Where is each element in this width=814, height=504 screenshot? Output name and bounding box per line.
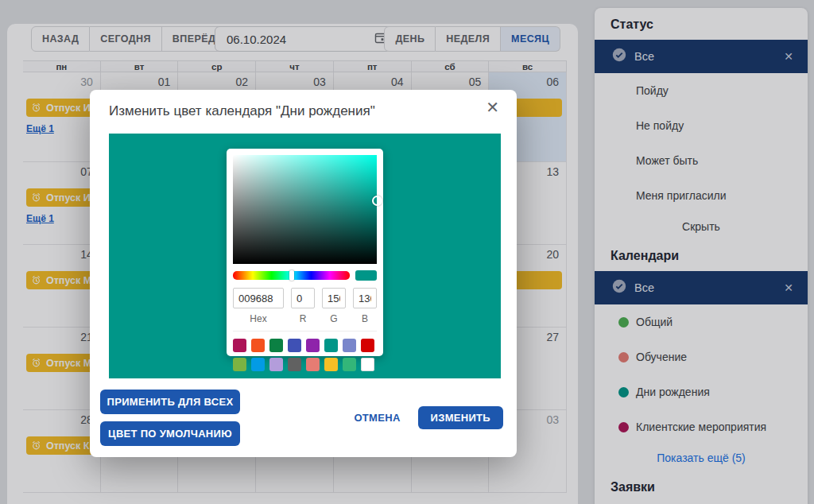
color-inputs <box>233 288 377 308</box>
modal-footer-actions: ОТМЕНА ИЗМЕНИТЬ <box>354 406 503 429</box>
color-swatch-12[interactable] <box>306 358 320 371</box>
preset-swatches <box>233 331 377 371</box>
r-input[interactable] <box>291 288 315 308</box>
color-input-labels: Hex R G B <box>233 313 377 324</box>
saturation-area[interactable] <box>233 155 377 264</box>
current-color-swatch <box>355 270 377 281</box>
color-swatch-6[interactable] <box>343 339 356 352</box>
color-swatch-0[interactable] <box>233 339 246 352</box>
g-input[interactable] <box>322 288 346 308</box>
color-swatch-9[interactable] <box>251 358 265 371</box>
color-swatch-13[interactable] <box>324 358 338 371</box>
b-label: B <box>353 313 377 324</box>
hue-handle[interactable] <box>289 270 294 281</box>
color-swatch-4[interactable] <box>306 339 320 352</box>
color-swatch-5[interactable] <box>324 339 338 352</box>
color-swatch-2[interactable] <box>269 339 283 352</box>
color-preview: Hex R G B <box>109 134 501 378</box>
apply-for-all-button[interactable]: ПРИМЕНИТЬ ДЛЯ ВСЕХ <box>100 390 240 414</box>
color-swatch-15[interactable] <box>361 358 374 371</box>
change-button[interactable]: ИЗМЕНИТЬ <box>418 406 503 429</box>
color-swatch-3[interactable] <box>288 339 301 352</box>
hue-row <box>233 270 377 281</box>
hex-input[interactable] <box>233 288 284 308</box>
hue-slider[interactable] <box>233 271 350 280</box>
color-swatch-14[interactable] <box>343 358 356 371</box>
r-label: R <box>291 313 315 324</box>
close-icon[interactable]: ✕ <box>486 99 499 115</box>
g-label: G <box>322 313 346 324</box>
b-input[interactable] <box>353 288 377 308</box>
color-swatch-7[interactable] <box>361 339 374 352</box>
modal-title: Изменить цвет календаря "Дни рождения" <box>109 103 375 119</box>
saturation-handle[interactable] <box>372 196 382 206</box>
cancel-button[interactable]: ОТМЕНА <box>354 412 400 424</box>
hex-label: Hex <box>233 313 284 324</box>
default-color-button[interactable]: ЦВЕТ ПО УМОЛЧАНИЮ <box>100 421 240 446</box>
color-swatch-10[interactable] <box>269 358 283 371</box>
color-swatch-1[interactable] <box>251 339 265 352</box>
color-picker: Hex R G B <box>227 149 383 356</box>
color-swatch-8[interactable] <box>233 358 246 371</box>
color-swatch-11[interactable] <box>288 358 301 371</box>
change-color-modal: Изменить цвет календаря "Дни рождения" ✕… <box>90 90 517 457</box>
